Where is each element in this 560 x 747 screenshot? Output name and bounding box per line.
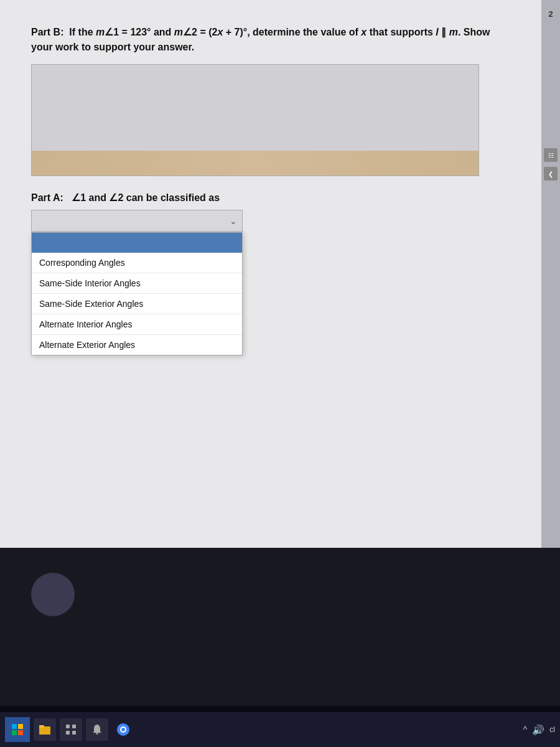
taskbar: ^ 🔊 cl bbox=[0, 712, 560, 747]
work-area[interactable] bbox=[31, 64, 479, 176]
part-b-label: Part B: bbox=[31, 27, 63, 37]
dropdown-arrow-icon: ⌄ bbox=[230, 216, 237, 226]
clock-display: cl bbox=[549, 725, 555, 734]
svg-point-13 bbox=[121, 728, 125, 731]
apps-button[interactable] bbox=[60, 718, 82, 741]
file-explorer-button[interactable] bbox=[34, 718, 56, 741]
svg-rect-7 bbox=[72, 725, 76, 728]
bottom-divider bbox=[0, 706, 560, 712]
part-b-section: Part B: If the m∠1 = 123° and m∠2 = (2x … bbox=[31, 25, 510, 176]
part-a-section: Part A: ∠1 and ∠2 can be classified as ⌄… bbox=[31, 192, 510, 232]
dropdown-list: Corresponding Angles Same-Side Interior … bbox=[31, 232, 243, 355]
part-a-label: Part A: ∠1 and ∠2 can be classified as bbox=[31, 192, 510, 204]
dropdown-item-same-side-interior[interactable]: Same-Side Interior Angles bbox=[32, 273, 242, 294]
dropdown-selected-item[interactable] bbox=[32, 233, 242, 253]
dropdown-item-alternate-exterior[interactable]: Alternate Exterior Angles bbox=[32, 335, 242, 355]
dark-section bbox=[0, 548, 560, 712]
grid-icon bbox=[64, 723, 78, 736]
chevron-up-icon[interactable]: ^ bbox=[523, 725, 528, 735]
page-number: 2 bbox=[548, 9, 553, 19]
work-area-decoration bbox=[32, 151, 478, 176]
dropdown-item-alternate-interior[interactable]: Alternate Interior Angles bbox=[32, 314, 242, 335]
svg-rect-9 bbox=[72, 731, 76, 735]
angle-type-dropdown[interactable]: ⌄ Corresponding Angles Same-Side Interio… bbox=[31, 210, 243, 232]
taskbar-system-tray: ^ 🔊 cl bbox=[523, 724, 555, 736]
start-button[interactable] bbox=[5, 717, 30, 742]
volume-icon[interactable]: 🔊 bbox=[532, 724, 544, 736]
part-b-question: Part B: If the m∠1 = 123° and m∠2 = (2x … bbox=[31, 25, 510, 55]
svg-rect-1 bbox=[18, 724, 23, 729]
dark-avatar bbox=[31, 573, 75, 616]
svg-rect-8 bbox=[66, 731, 70, 735]
chrome-button[interactable] bbox=[112, 718, 134, 741]
svg-rect-2 bbox=[12, 730, 17, 735]
svg-rect-0 bbox=[12, 724, 17, 729]
folder-icon bbox=[38, 723, 52, 736]
notification-button[interactable] bbox=[86, 718, 108, 741]
bell-icon bbox=[90, 723, 104, 736]
svg-rect-10 bbox=[96, 733, 98, 735]
svg-rect-6 bbox=[66, 725, 70, 728]
svg-rect-5 bbox=[39, 725, 44, 728]
chrome-icon bbox=[116, 722, 131, 737]
dropdown-header[interactable]: ⌄ bbox=[31, 210, 243, 232]
right-sidebar: 2 ☷ ❮ bbox=[541, 0, 560, 548]
windows-icon bbox=[11, 723, 24, 736]
sidebar-collapse-icon[interactable]: ❮ bbox=[544, 167, 558, 181]
main-content: Part B: If the m∠1 = 123° and m∠2 = (2x … bbox=[0, 0, 541, 548]
sidebar-tool-icon[interactable]: ☷ bbox=[544, 148, 558, 162]
dropdown-item-corresponding[interactable]: Corresponding Angles bbox=[32, 253, 242, 273]
dropdown-item-same-side-exterior[interactable]: Same-Side Exterior Angles bbox=[32, 294, 242, 314]
svg-rect-3 bbox=[18, 730, 23, 735]
